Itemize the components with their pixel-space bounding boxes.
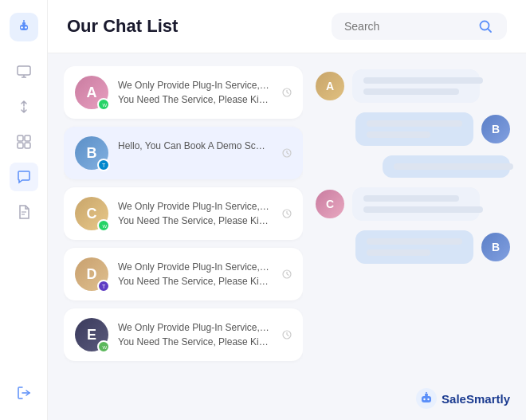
bubble-line [363, 195, 459, 202]
svg-point-46 [427, 398, 429, 400]
sidebar-item-file[interactable] [10, 198, 38, 226]
brand-name: SaleSmartly [442, 392, 510, 406]
chat-list-item[interactable]: E W We Only Provide Plug-In Service, So … [64, 308, 303, 361]
preview-avatar: A [316, 72, 344, 100]
channel-badge: T [97, 280, 110, 292]
svg-rect-11 [25, 135, 30, 141]
sidebar-item-monitor[interactable] [10, 57, 38, 86]
svg-rect-12 [18, 143, 23, 148]
channel-badge: W [97, 219, 110, 232]
chat-time [282, 88, 292, 97]
bubble-line [367, 131, 430, 138]
main-content: Our Chat List A W [48, 0, 526, 420]
chat-info: We Only Provide Plug-In Service, So If Y… [118, 78, 269, 107]
chat-text-line1: We Only Provide Plug-In Service, So If [118, 260, 269, 274]
page-title: Our Chat List [67, 16, 319, 37]
channel-badge: T [97, 159, 110, 171]
bubble-line [394, 163, 513, 170]
svg-point-2 [21, 26, 22, 28]
chat-info: We Only Provide Plug-In Service, So If Y… [118, 199, 269, 228]
svg-rect-13 [25, 143, 30, 148]
chat-text-line2: You Need The Service, Please Kindly ... [118, 92, 269, 107]
search-bar [332, 13, 507, 40]
preview-avatar: B [481, 233, 510, 261]
channel-badge: W [97, 98, 110, 111]
preview-avatar: C [316, 190, 344, 218]
search-icon[interactable] [478, 19, 493, 33]
avatar-wrap: D T [75, 257, 108, 291]
body: A W We Only Provide Plug-In Service, So … [48, 53, 526, 420]
chat-time [282, 148, 292, 158]
chat-list-item[interactable]: A W We Only Provide Plug-In Service, So … [64, 66, 303, 119]
chat-list-item[interactable]: B T Hello, You Can Book A Demo Schedule.… [64, 127, 303, 179]
chat-info: Hello, You Can Book A Demo Schedule... [118, 139, 269, 167]
logout-button[interactable] [10, 379, 38, 407]
svg-rect-10 [18, 135, 23, 141]
bubble-line [367, 249, 430, 256]
svg-line-28 [287, 153, 289, 155]
bubble-outgoing [383, 155, 510, 178]
bubble-line [363, 88, 459, 95]
chat-text-line2 [118, 153, 269, 167]
sidebar-logo [10, 13, 38, 41]
sidebar-item-arrows[interactable] [10, 92, 38, 121]
svg-point-6 [23, 20, 25, 22]
channel-badge: W [97, 340, 110, 353]
sidebar-item-chat[interactable] [10, 163, 38, 191]
preview-row: A [316, 69, 510, 103]
sidebar [0, 0, 48, 420]
avatar-wrap: A W [75, 76, 108, 109]
svg-text:W: W [102, 345, 107, 350]
bubble-incoming [352, 187, 480, 221]
avatar-wrap: B T [75, 136, 108, 170]
brand-icon [416, 388, 437, 409]
svg-point-45 [423, 398, 425, 400]
bubble-outgoing [355, 230, 473, 264]
chat-time [282, 330, 292, 340]
chat-time [282, 269, 292, 279]
preview-row: B [316, 230, 510, 264]
svg-rect-7 [18, 66, 30, 75]
chat-preview: A B [316, 66, 510, 407]
preview-avatar: B [481, 115, 510, 143]
svg-line-33 [287, 214, 289, 215]
preview-row: C [316, 187, 510, 221]
bubble-incoming [352, 69, 480, 103]
svg-text:T: T [102, 163, 106, 168]
chat-time [282, 209, 292, 218]
avatar-wrap: C W [75, 197, 108, 230]
svg-line-18 [488, 29, 491, 32]
brand-footer: SaleSmartly [416, 388, 510, 409]
svg-rect-47 [425, 394, 428, 396]
chat-text-line2: You Need The Service, Please Kindly ... [118, 335, 269, 349]
svg-text:W: W [102, 103, 107, 108]
avatar-wrap: E W [75, 318, 108, 351]
chat-text-line2: You Need The Service, Please Kindly ... [118, 214, 269, 228]
svg-rect-44 [422, 396, 431, 402]
chat-text-line1: We Only Provide Plug-In Service, So If [118, 199, 269, 214]
svg-line-23 [287, 92, 289, 94]
chat-list-item[interactable]: C W We Only Provide Plug-In Service, So … [64, 187, 303, 240]
chat-info: We Only Provide Plug-In Service, So If Y… [118, 260, 269, 289]
sidebar-item-layout[interactable] [10, 128, 38, 156]
chat-text-line1: Hello, You Can Book A Demo Schedule... [118, 139, 269, 153]
chat-text-line1: We Only Provide Plug-In Service, So If [118, 78, 269, 92]
bubble-line [363, 206, 483, 213]
chat-list-item[interactable]: D T We Only Provide Plug-In Service, So … [64, 248, 303, 300]
bubble-line [367, 120, 462, 127]
svg-text:W: W [102, 224, 107, 229]
svg-point-3 [25, 26, 26, 28]
chat-text-line1: We Only Provide Plug-In Service, So If [118, 320, 269, 335]
bubble-line [363, 77, 483, 84]
chat-text-line2: You Need The Service, Please Kindly ... [118, 274, 269, 289]
chat-info: We Only Provide Plug-In Service, So If Y… [118, 320, 269, 349]
svg-text:T: T [102, 284, 106, 289]
chat-list: A W We Only Provide Plug-In Service, So … [64, 66, 303, 407]
header: Our Chat List [48, 0, 526, 53]
svg-line-38 [287, 274, 289, 276]
bubble-outgoing [355, 112, 473, 146]
preview-row: B [316, 112, 510, 146]
bubble-line [367, 238, 462, 245]
svg-line-43 [287, 335, 289, 336]
search-input[interactable] [344, 20, 472, 33]
